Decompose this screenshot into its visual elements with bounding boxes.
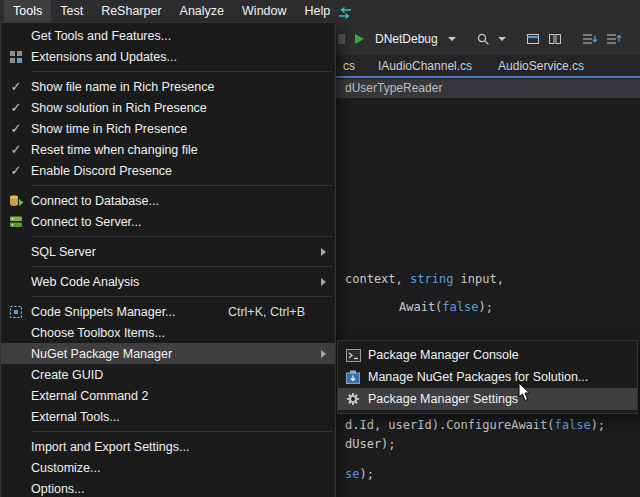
menu-item-sql-server[interactable]: SQL Server xyxy=(1,241,335,262)
menubar-item-resharper[interactable]: ReSharper xyxy=(92,0,170,22)
mouse-cursor xyxy=(518,382,532,406)
menubar-item-tools[interactable]: Tools xyxy=(4,0,51,22)
menu-item-label: SQL Server xyxy=(31,245,335,259)
code-token: d.Id, userId).ConfigureAwait( xyxy=(345,418,555,432)
code-token: string xyxy=(410,272,453,286)
checkmark-icon: ✓ xyxy=(1,101,31,114)
menubar-item-analyze[interactable]: Analyze xyxy=(171,0,233,22)
menu-item-import-and-export-settings[interactable]: Import and Export Settings... xyxy=(1,436,335,457)
navigation-bar[interactable]: dUserTypeReader xyxy=(336,79,640,98)
menu-item-label: Code Snippets Manager... xyxy=(31,305,228,319)
navbar-member-name: dUserTypeReader xyxy=(345,81,442,95)
menu-item-label: External Command 2 xyxy=(31,389,335,403)
split-columns-icon[interactable] xyxy=(548,32,562,46)
code-line: dUser); xyxy=(345,437,396,451)
server-icon xyxy=(1,215,31,229)
snippets-icon xyxy=(1,305,31,319)
menu-item-external-command-2[interactable]: External Command 2 xyxy=(1,385,335,406)
menu-item-options[interactable]: Options... xyxy=(1,478,335,497)
tab-iaudiochannel-cs[interactable]: IAudioChannel.cs xyxy=(365,55,485,77)
menu-item-package-manager-settings[interactable]: Package Manager Settings xyxy=(338,388,637,410)
menu-item-shortcut: Ctrl+K, Ctrl+B xyxy=(228,305,305,319)
navigate-arrows-icon[interactable] xyxy=(337,5,353,23)
tab-cs[interactable]: cs xyxy=(336,55,365,77)
menu-item-extensions-and-updates[interactable]: Extensions and Updates... xyxy=(1,46,335,67)
new-window-icon[interactable] xyxy=(526,32,540,46)
menu-item-label: Enable Discord Presence xyxy=(31,164,335,178)
checkmark-icon: ✓ xyxy=(1,80,31,93)
menu-item-label: Package Manager Console xyxy=(368,348,637,362)
code-token: context, xyxy=(345,272,410,286)
menu-item-label: Customize... xyxy=(31,461,335,475)
code-token: dUser); xyxy=(345,437,396,451)
visual-studio-window: context, string input,Await(false);d.Id,… xyxy=(0,0,640,497)
checkmark-icon: ✓ xyxy=(1,164,31,177)
menu-item-show-file-name-in-rich-presence[interactable]: ✓Show file name in Rich Presence xyxy=(1,76,335,97)
menu-item-label: Package Manager Settings xyxy=(368,392,637,406)
menu-item-label: Connect to Server... xyxy=(31,215,335,229)
menu-item-label: Show solution in Rich Presence xyxy=(31,101,335,115)
menu-separator xyxy=(32,266,333,267)
code-token: Await( xyxy=(399,300,442,314)
debug-target-label[interactable]: DNetDebug xyxy=(375,32,438,46)
menu-item-manage-nuget-packages-for-solution[interactable]: Manage NuGet Packages for Solution... xyxy=(338,366,637,388)
menubar-item-help[interactable]: Help xyxy=(296,0,340,22)
extensions-icon xyxy=(1,50,31,64)
database-icon xyxy=(1,194,31,208)
nuget-icon xyxy=(338,370,368,384)
code-line: d.Id, userId).ConfigureAwait(false); xyxy=(345,418,605,432)
menu-item-customize[interactable]: Customize... xyxy=(1,457,335,478)
menubar-item-test[interactable]: Test xyxy=(51,0,92,22)
menu-item-enable-discord-presence[interactable]: ✓Enable Discord Presence xyxy=(1,160,335,181)
tab-audioservice-cs[interactable]: AudioService.cs xyxy=(485,55,597,77)
menu-item-label: External Tools... xyxy=(31,410,335,424)
menu-item-label: Choose Toolbox Items... xyxy=(31,326,335,340)
start-debug-icon[interactable] xyxy=(353,33,365,45)
code-token: se xyxy=(345,467,359,481)
tools-menu-panel: Get Tools and Features...Extensions and … xyxy=(0,22,336,497)
menu-item-label: Connect to Database... xyxy=(31,194,335,208)
menu-item-show-time-in-rich-presence[interactable]: ✓Show time in Rich Presence xyxy=(1,118,335,139)
code-token: input, xyxy=(453,272,504,286)
menu-item-nuget-package-manager[interactable]: NuGet Package Manager xyxy=(1,343,335,364)
outdent-icon[interactable] xyxy=(606,32,622,46)
indent-icon[interactable] xyxy=(582,32,598,46)
menubar-item-window[interactable]: Window xyxy=(233,0,295,22)
menu-item-reset-time-when-changing-file[interactable]: ✓Reset time when changing file xyxy=(1,139,335,160)
menu-item-label: Reset time when changing file xyxy=(31,143,335,157)
menu-item-label: Show time in Rich Presence xyxy=(31,122,335,136)
search-icon[interactable] xyxy=(476,32,490,46)
menu-item-show-solution-in-rich-presence[interactable]: ✓Show solution in Rich Presence xyxy=(1,97,335,118)
menu-item-code-snippets-manager[interactable]: Code Snippets Manager...Ctrl+K, Ctrl+B xyxy=(1,301,335,322)
menu-item-connect-to-server[interactable]: Connect to Server... xyxy=(1,211,335,232)
clipped-icon[interactable] xyxy=(338,32,345,46)
debug-target-caret-icon[interactable] xyxy=(448,37,456,41)
menu-item-connect-to-database[interactable]: Connect to Database... xyxy=(1,190,335,211)
menu-item-label: Options... xyxy=(31,482,335,496)
gear-icon xyxy=(338,392,368,406)
nuget-submenu-panel: Package Manager ConsoleManage NuGet Pack… xyxy=(337,340,638,414)
tab-strip-accent-line xyxy=(336,76,640,78)
menu-item-label: Manage NuGet Packages for Solution... xyxy=(368,370,637,384)
code-line: se); xyxy=(345,467,374,481)
menu-item-choose-toolbox-items[interactable]: Choose Toolbox Items... xyxy=(1,322,335,343)
menu-separator xyxy=(32,296,333,297)
menu-item-label: Show file name in Rich Presence xyxy=(31,80,335,94)
menu-separator xyxy=(32,185,333,186)
menu-item-web-code-analysis[interactable]: Web Code Analysis xyxy=(1,271,335,292)
menu-item-get-tools-and-features[interactable]: Get Tools and Features... xyxy=(1,25,335,46)
submenu-arrow-icon xyxy=(321,248,326,256)
code-token: ); xyxy=(591,418,605,432)
menu-item-label: Create GUID xyxy=(31,368,335,382)
code-token: false xyxy=(555,418,591,432)
menu-item-external-tools[interactable]: External Tools... xyxy=(1,406,335,427)
menu-separator xyxy=(32,431,333,432)
menu-item-label: Get Tools and Features... xyxy=(31,29,335,43)
menu-item-create-guid[interactable]: Create GUID xyxy=(1,364,335,385)
checkmark-icon: ✓ xyxy=(1,122,31,135)
menu-item-label: Web Code Analysis xyxy=(31,275,335,289)
search-caret-icon[interactable] xyxy=(498,37,506,41)
menu-item-package-manager-console[interactable]: Package Manager Console xyxy=(338,344,637,366)
menu-item-label: Extensions and Updates... xyxy=(31,50,335,64)
menu-item-label: Import and Export Settings... xyxy=(31,440,335,454)
